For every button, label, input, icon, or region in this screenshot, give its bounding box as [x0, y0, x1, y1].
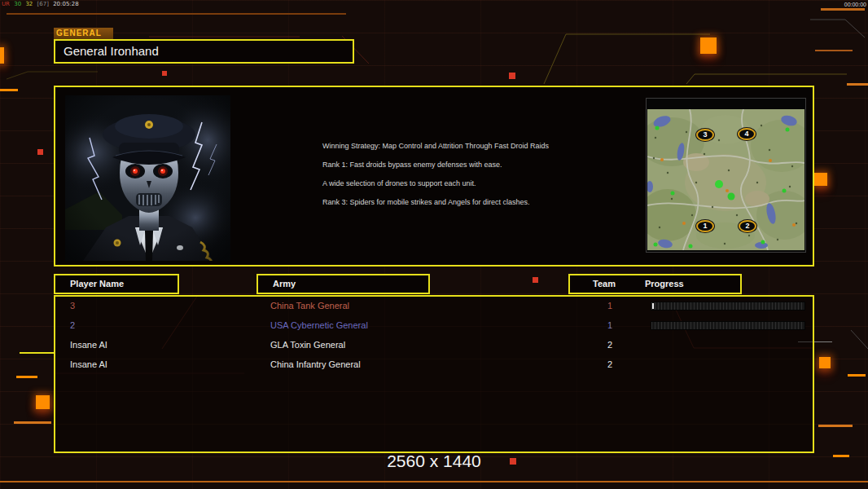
minimap-start-marker: 4 — [738, 128, 756, 140]
debug-overlay: UR 30 32 [67] 20:05:28 — [2, 1, 81, 7]
minimap: 3 4 1 2 — [646, 98, 806, 253]
decor-line — [0, 481, 868, 482]
game-timer: 00:00:00 — [827, 2, 866, 7]
minimap-start-marker: 3 — [696, 129, 714, 141]
player-row: 3 China Tank General 1 — [55, 296, 813, 315]
player-name: Insane AI — [70, 355, 107, 374]
players-table: 3 China Tank General 1 2 USA Cybernetic … — [54, 295, 814, 453]
strategy-line: A wide selection of drones to support ea… — [322, 179, 563, 188]
column-header-team: Team — [593, 275, 616, 293]
general-info-panel: Winning Strategy: Map Control and Attrit… — [54, 86, 814, 267]
player-name: 2 — [70, 315, 75, 335]
general-tab-label: GENERAL — [54, 28, 113, 39]
decor-line — [847, 83, 868, 86]
strategy-text: Winning Strategy: Map Control and Attrit… — [322, 142, 563, 217]
player-team: 1 — [600, 315, 620, 335]
debug-segment: [67] — [37, 1, 49, 7]
minimap-terrain — [647, 109, 804, 250]
player-name: 3 — [70, 296, 75, 315]
column-header-progress: Progress — [645, 275, 684, 293]
general-name: General Ironhand — [64, 44, 353, 58]
debug-segment: 20:05:28 — [53, 1, 78, 7]
decor-square — [37, 149, 43, 155]
decor-line — [7, 13, 346, 15]
decor-line — [14, 421, 51, 424]
minimap-start-marker: 1 — [696, 220, 714, 232]
general-name-box: General Ironhand — [54, 39, 354, 64]
decor-square — [36, 395, 50, 409]
decor-line — [16, 376, 37, 378]
player-row: 2 USA Cybernetic General 1 — [55, 315, 813, 335]
strategy-line: Rank 3: Spiders for mobile strikes and A… — [322, 198, 563, 207]
player-row: Insane AI China Infantry General 2 — [55, 355, 813, 374]
strategy-line: Rank 1: Fast droids bypass enemy defense… — [322, 161, 563, 170]
debug-segment: UR — [2, 1, 10, 7]
minimap-start-marker: 2 — [739, 220, 756, 232]
player-team: 2 — [600, 335, 620, 355]
decor-line — [818, 425, 853, 427]
loading-screen: UR 30 32 [67] 20:05:28 00:00:00 GENERAL … — [0, 0, 868, 489]
decor-square — [814, 173, 827, 186]
decor-square — [162, 71, 167, 76]
player-team: 2 — [600, 355, 620, 374]
player-row: Insane AI GLA Toxin General 2 — [55, 335, 813, 355]
general-portrait — [65, 95, 230, 261]
decor-square — [819, 357, 831, 368]
column-header-team-progress: Team Progress — [568, 274, 742, 294]
column-header-player-name: Player Name — [54, 274, 179, 294]
player-name: Insane AI — [70, 335, 107, 355]
decor-line — [848, 374, 866, 377]
player-army: China Tank General — [270, 296, 349, 315]
progress-bar — [651, 321, 805, 330]
decor-square — [533, 277, 538, 283]
decor-line — [20, 352, 54, 354]
decor-line — [0, 89, 18, 91]
column-header-army: Army — [256, 274, 430, 294]
decor-square — [509, 73, 515, 79]
player-army: China Infantry General — [270, 355, 361, 374]
progress-bar — [651, 302, 805, 311]
player-army: USA Cybernetic General — [270, 315, 368, 335]
progress-fill — [652, 303, 654, 309]
strategy-line: Winning Strategy: Map Control and Attrit… — [322, 142, 563, 151]
decor-square — [0, 47, 4, 64]
decor-square — [700, 37, 717, 54]
debug-segment: 32 — [25, 1, 33, 7]
player-team: 1 — [600, 296, 620, 315]
decor-line — [821, 8, 865, 11]
decor-line — [815, 50, 853, 51]
player-army: GLA Toxin General — [270, 335, 345, 355]
resolution-label: 2560 x 1440 — [0, 452, 868, 471]
robot-general-portrait-art — [65, 95, 230, 261]
debug-segment: 30 — [14, 1, 21, 7]
